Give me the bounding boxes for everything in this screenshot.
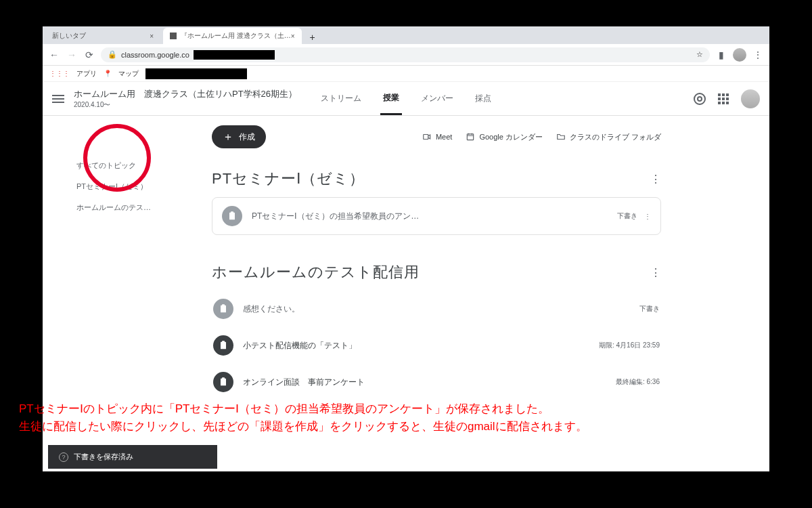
- calendar-icon: [466, 132, 475, 142]
- assignment-title: オンライン面談 事前アンケート: [243, 377, 365, 388]
- address-bar[interactable]: 🔒 classroom.google.co ☆: [101, 47, 710, 62]
- assignment-title: 感想ください。: [243, 303, 300, 315]
- tab-classwork[interactable]: 授業: [380, 82, 402, 115]
- kebab-icon[interactable]: ⋮: [650, 173, 661, 186]
- extension-icon[interactable]: ▮: [715, 49, 727, 61]
- assignment-edited: 最終編集: 6:36: [616, 377, 660, 387]
- svg-rect-2: [229, 213, 235, 220]
- kebab-icon[interactable]: ⋮: [644, 213, 651, 220]
- assignment-icon: [222, 206, 242, 226]
- tab-members[interactable]: メンバー: [418, 82, 456, 115]
- assignment-title: 小テスト配信機能の「テスト」: [243, 340, 357, 352]
- folder-icon: [556, 132, 566, 142]
- calendar-link[interactable]: Google カレンダー: [466, 132, 543, 142]
- bookmark-maps[interactable]: マップ: [118, 69, 139, 79]
- drive-folder-link[interactable]: クラスのドライブ フォルダ: [556, 132, 661, 142]
- svg-rect-7: [222, 341, 225, 343]
- redacted-bookmark: [145, 68, 247, 79]
- assignment-row[interactable]: PTセミナーⅠ（ゼミ）の担当希望教員のアン… 下書き ⋮: [212, 197, 661, 235]
- sidebar-topic-2[interactable]: ホームルームのテス…: [76, 197, 178, 218]
- profile-avatar[interactable]: [741, 89, 760, 108]
- sidebar-topic-1[interactable]: PTセミナーI（ゼミ）: [76, 176, 178, 197]
- redacted-url: [194, 50, 275, 60]
- svg-rect-3: [231, 211, 233, 213]
- help-icon[interactable]: ?: [59, 452, 68, 462]
- assignment-status: 下書き: [617, 211, 637, 221]
- svg-rect-1: [468, 134, 474, 140]
- new-tab-button[interactable]: +: [306, 30, 319, 44]
- close-icon[interactable]: ×: [150, 33, 154, 40]
- topic-title: ホームルームのテスト配信用: [212, 262, 420, 282]
- favicon: [170, 33, 177, 39]
- lock-icon: 🔒: [108, 50, 117, 59]
- assignment-row[interactable]: 小テスト配信機能の「テスト」 期限: 4月16日 23:59: [212, 327, 661, 364]
- forward-icon[interactable]: →: [66, 49, 78, 61]
- svg-rect-5: [222, 304, 225, 306]
- tab-stream[interactable]: ストリーム: [318, 82, 364, 115]
- class-subtitle: 2020.4.10〜: [74, 100, 297, 110]
- url-text: classroom.google.co: [121, 51, 189, 59]
- meet-link[interactable]: Meet: [422, 132, 452, 142]
- close-icon[interactable]: ×: [291, 33, 295, 40]
- class-title-block[interactable]: ホームルーム用 渡邊クラス（土佐リハPT学科26期生） 2020.4.10〜: [74, 88, 297, 110]
- menu-icon[interactable]: [52, 95, 64, 103]
- apps-waffle-icon[interactable]: [718, 93, 729, 104]
- bookmarks-bar: ⋮⋮⋮ アプリ 📍 マップ: [43, 66, 769, 82]
- svg-rect-6: [221, 342, 226, 350]
- video-icon: [422, 132, 432, 142]
- browser-toolbar: ← → ⟳ 🔒 classroom.google.co ☆ ▮ ⋮: [43, 44, 769, 66]
- toast-saved: ? 下書きを保存済み: [48, 445, 217, 469]
- apps-icon[interactable]: ⋮⋮⋮: [49, 70, 70, 77]
- gear-icon[interactable]: [694, 93, 706, 105]
- topic-title: PTセミナーⅠ（ゼミ）: [212, 169, 365, 189]
- classwork-main: ＋ 作成 Meet Google カレンダー クラスのドライブ フォルダ: [212, 125, 769, 400]
- kebab-icon[interactable]: ⋮: [650, 266, 661, 279]
- maps-icon: 📍: [104, 70, 112, 77]
- browser-tab-1[interactable]: 新しいタブ ×: [45, 28, 160, 44]
- profile-avatar-small[interactable]: [733, 48, 746, 62]
- topic-header-1[interactable]: PTセミナーⅠ（ゼミ） ⋮: [212, 161, 661, 197]
- kebab-icon[interactable]: ⋮: [752, 49, 764, 61]
- reload-icon[interactable]: ⟳: [83, 49, 95, 61]
- assignment-row[interactable]: オンライン面談 事前アンケート 最終編集: 6:36: [212, 364, 661, 400]
- svg-rect-8: [221, 379, 226, 386]
- annotation-text: PTセミナーⅠのトピック内に「PTセミナーⅠ（セミ）の担当希望教員のアンケート」…: [19, 400, 797, 435]
- topic-sidebar: すべてのトピック PTセミナーI（ゼミ） ホームルームのテス…: [43, 125, 212, 400]
- create-label: 作成: [239, 131, 255, 143]
- bookmark-star-icon[interactable]: ☆: [696, 50, 703, 59]
- toast-text: 下書きを保存済み: [74, 452, 133, 462]
- back-icon[interactable]: ←: [48, 49, 60, 61]
- assignment-row[interactable]: 感想ください。 下書き: [212, 291, 661, 327]
- browser-tabstrip: 新しいタブ × 『ホームルーム用 渡邊クラス（土… × +: [43, 26, 769, 44]
- tab-label: 『ホームルーム用 渡邊クラス（土…: [181, 31, 291, 41]
- plus-icon: ＋: [223, 130, 233, 144]
- assignment-due: 期限: 4月16日 23:59: [599, 341, 660, 350]
- tab-grades[interactable]: 採点: [472, 82, 494, 115]
- classroom-tabs: ストリーム 授業 メンバー 採点: [318, 82, 494, 115]
- topic-header-2[interactable]: ホームルームのテスト配信用 ⋮: [212, 254, 661, 291]
- bookmark-apps[interactable]: アプリ: [76, 69, 97, 79]
- create-button[interactable]: ＋ 作成: [212, 125, 266, 148]
- assignment-status: 下書き: [639, 304, 660, 314]
- assignment-icon: [213, 299, 233, 319]
- svg-rect-0: [424, 135, 428, 140]
- svg-rect-9: [222, 377, 225, 379]
- tab-label: 新しいタブ: [52, 31, 86, 41]
- svg-rect-4: [221, 305, 226, 313]
- assignment-icon: [213, 335, 233, 356]
- browser-tab-2[interactable]: 『ホームルーム用 渡邊クラス（土… ×: [163, 28, 302, 44]
- class-title: ホームルーム用 渡邊クラス（土佐リハPT学科26期生）: [74, 88, 297, 100]
- assignment-title: PTセミナーⅠ（ゼミ）の担当希望教員のアン…: [252, 211, 419, 222]
- sidebar-all-topics[interactable]: すべてのトピック: [76, 155, 178, 176]
- classroom-header: ホームルーム用 渡邊クラス（土佐リハPT学科26期生） 2020.4.10〜 ス…: [43, 82, 769, 116]
- assignment-icon: [213, 372, 233, 392]
